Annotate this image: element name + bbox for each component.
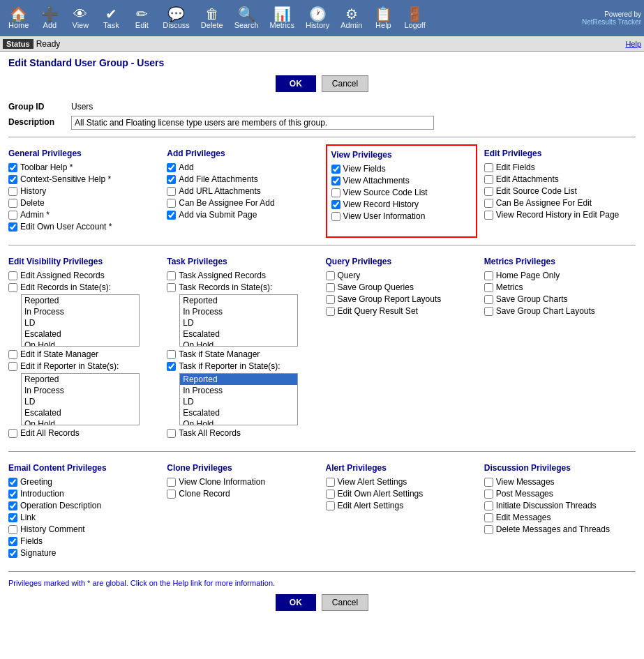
tracker-link[interactable]: NetResults Tracker	[582, 18, 641, 26]
checkbox-edit-fields[interactable]	[484, 163, 493, 172]
nav-admin[interactable]: ⚙ Admin	[335, 6, 368, 31]
state-escalated-1[interactable]: Escalated	[22, 328, 139, 340]
checkbox-save-group-charts[interactable]	[484, 295, 493, 304]
checkbox-edit-messages[interactable]	[484, 513, 493, 522]
task-state-escalated-2[interactable]: Escalated	[180, 407, 297, 418]
nav-history[interactable]: 🕐 History	[300, 6, 335, 31]
checkbox-view-messages[interactable]	[484, 478, 493, 487]
checkbox-save-group-queries[interactable]	[326, 283, 335, 292]
checkbox-edit-query-result[interactable]	[326, 307, 335, 316]
checkbox-view-record-history[interactable]	[331, 200, 340, 209]
nav-metrics[interactable]: 📊 Metrics	[264, 6, 300, 31]
checkbox-edit-state-manager[interactable]	[8, 350, 17, 359]
checkbox-view-alert-settings[interactable]	[326, 478, 335, 487]
state-onhold-2[interactable]: On Hold	[22, 418, 139, 425]
checkbox-link[interactable]	[8, 513, 17, 522]
state-escalated-2[interactable]: Escalated	[22, 407, 139, 418]
task-state-reported-2[interactable]: Reported	[180, 374, 297, 385]
checkbox-save-group-chart-layouts[interactable]	[484, 307, 493, 316]
checkbox-clone-record[interactable]	[167, 490, 176, 499]
ok-button-bottom[interactable]: OK	[276, 594, 316, 611]
checkbox-edit-if-reporter[interactable]	[8, 362, 17, 371]
state-onhold-1[interactable]: On Hold	[22, 340, 139, 347]
task-states-listbox-1[interactable]: Reported In Process LD Escalated On Hold	[179, 294, 298, 347]
description-input[interactable]	[71, 116, 434, 130]
checkbox-edit-records-state[interactable]	[8, 283, 17, 292]
state-inprocess-2[interactable]: In Process	[22, 385, 139, 396]
checkbox-view-attachments[interactable]	[331, 176, 340, 185]
nav-search[interactable]: 🔍 Search	[229, 6, 264, 31]
checkbox-signature[interactable]	[8, 549, 17, 558]
checkbox-add-file[interactable]	[167, 175, 176, 184]
task-state-inprocess-2[interactable]: In Process	[180, 385, 297, 396]
checkbox-metrics[interactable]	[484, 283, 493, 292]
checkbox-edit-assigned[interactable]	[8, 271, 17, 280]
state-reported-2[interactable]: Reported	[22, 374, 139, 385]
cancel-button-top[interactable]: Cancel	[322, 75, 368, 92]
task-state-inprocess-1[interactable]: In Process	[180, 306, 297, 317]
checkbox-task-state-manager[interactable]	[167, 350, 176, 359]
task-state-ld-2[interactable]: LD	[180, 396, 297, 407]
task-state-ld-1[interactable]: LD	[180, 317, 297, 328]
checkbox-context-help[interactable]	[8, 175, 17, 184]
checkbox-delete-messages[interactable]	[484, 525, 493, 534]
checkbox-op-description[interactable]	[8, 501, 17, 510]
checkbox-add-url[interactable]	[167, 187, 176, 196]
checkbox-edit-own-alert-settings[interactable]	[326, 490, 335, 499]
task-state-escalated-1[interactable]: Escalated	[180, 328, 297, 340]
checkbox-view-source-code[interactable]	[331, 188, 340, 197]
task-state-onhold-2[interactable]: On Hold	[180, 418, 297, 425]
checkbox-view-user-info[interactable]	[331, 212, 340, 221]
checkbox-edit-own-account[interactable]	[8, 222, 17, 232]
state-ld-2[interactable]: LD	[22, 396, 139, 407]
checkbox-task-all[interactable]	[167, 429, 176, 438]
checkbox-assignee-add[interactable]	[167, 199, 176, 208]
ok-button-top[interactable]: OK	[276, 75, 316, 92]
checkbox-assignee-edit[interactable]	[484, 199, 493, 208]
checkbox-admin[interactable]	[8, 211, 17, 220]
task-state-reported-1[interactable]: Reported	[180, 295, 297, 306]
checkbox-view-fields[interactable]	[331, 165, 340, 174]
checkbox-view-clone-info[interactable]	[167, 478, 176, 487]
checkbox-task-if-reporter[interactable]	[167, 362, 176, 371]
nav-view[interactable]: 👁 View	[65, 6, 96, 31]
checkbox-task-assigned[interactable]	[167, 271, 176, 280]
help-link[interactable]: Help	[625, 40, 641, 48]
checkbox-save-group-report-layouts[interactable]	[326, 295, 335, 304]
checkbox-toolbar-help[interactable]	[8, 163, 17, 172]
checkbox-add-submit[interactable]	[167, 211, 176, 220]
state-inprocess-1[interactable]: In Process	[22, 306, 139, 317]
checkbox-history-comment[interactable]	[8, 525, 17, 534]
checkbox-edit-alert-settings[interactable]	[326, 501, 335, 510]
edit-states-listbox-2[interactable]: Reported In Process LD Escalated On Hold	[21, 373, 140, 425]
state-reported-1[interactable]: Reported	[22, 295, 139, 306]
task-state-onhold-1[interactable]: On Hold	[180, 340, 297, 347]
nav-logoff[interactable]: 🚪 Logoff	[398, 6, 430, 31]
checkbox-fields[interactable]	[8, 537, 17, 546]
checkbox-edit-all[interactable]	[8, 429, 17, 438]
checkbox-edit-source-code[interactable]	[484, 187, 493, 196]
cancel-button-bottom[interactable]: Cancel	[322, 594, 368, 611]
checkbox-add[interactable]	[167, 163, 176, 172]
checkbox-task-records-state[interactable]	[167, 283, 176, 292]
nav-edit[interactable]: ✏ Edit	[126, 6, 157, 31]
nav-help[interactable]: 📋 Help	[368, 6, 398, 31]
task-states-listbox-2[interactable]: Reported In Process LD Escalated On Hold	[179, 373, 298, 425]
nav-discuss[interactable]: 💬 Discuss	[157, 6, 195, 31]
nav-delete[interactable]: 🗑 Delete	[195, 6, 229, 31]
checkbox-greeting[interactable]	[8, 478, 17, 487]
checkbox-post-messages[interactable]	[484, 490, 493, 499]
checkbox-history[interactable]	[8, 187, 17, 196]
checkbox-edit-attachments[interactable]	[484, 175, 493, 184]
checkbox-introduction[interactable]	[8, 490, 17, 499]
state-ld-1[interactable]: LD	[22, 317, 139, 328]
checkbox-delete[interactable]	[8, 199, 17, 208]
checkbox-view-record-history-edit[interactable]	[484, 211, 493, 220]
edit-states-listbox-1[interactable]: Reported In Process LD Escalated On Hold	[21, 294, 140, 347]
nav-task[interactable]: ✔ Task	[96, 6, 126, 31]
checkbox-home-page-only[interactable]	[484, 271, 493, 280]
checkbox-initiate-threads[interactable]	[484, 501, 493, 510]
checkbox-query[interactable]	[326, 271, 335, 280]
nav-home[interactable]: 🏠 Home	[3, 6, 34, 31]
nav-add[interactable]: ➕ Add	[34, 6, 65, 31]
